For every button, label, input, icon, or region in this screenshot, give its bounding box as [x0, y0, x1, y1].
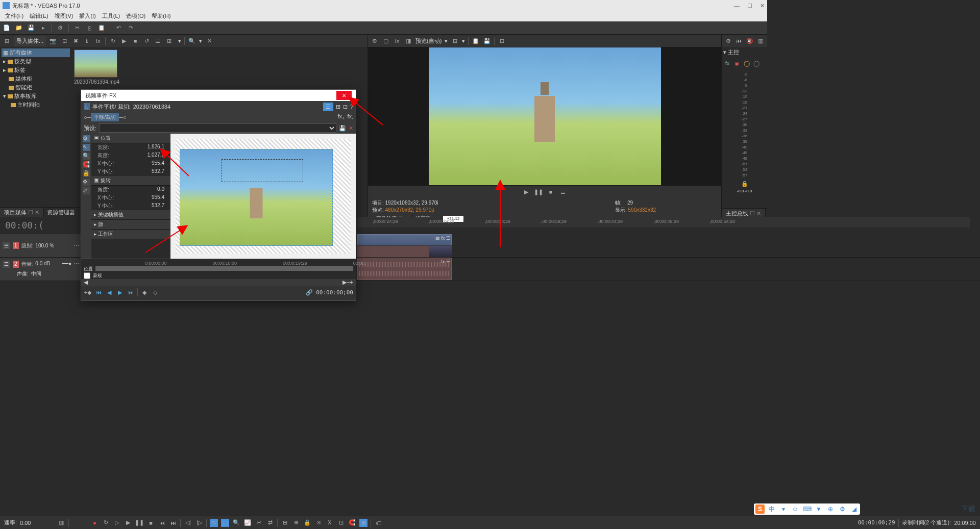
fx-view1-icon[interactable]: ☰ [323, 103, 333, 111]
preview-split-icon[interactable]: ◨ [404, 37, 412, 45]
fx-view3-icon[interactable]: ⊡ [343, 104, 348, 110]
kf-first-icon[interactable]: ⏮ [94, 288, 103, 296]
minimize-button[interactable]: — [734, 3, 740, 9]
master-settings-icon[interactable]: ⚙ [724, 37, 732, 45]
open-folder-icon[interactable]: 📁 [15, 24, 23, 32]
tree-by-type[interactable]: ▸按类型 [2, 57, 70, 66]
copy-icon[interactable]: ⎘ [85, 24, 93, 32]
view-grid-icon[interactable]: ⊞ [165, 37, 173, 45]
fx-tool-move-icon[interactable]: ✥ [83, 179, 90, 186]
preview-misc-icon[interactable]: ⊡ [498, 37, 506, 45]
preview-fx-icon[interactable]: fx [393, 37, 401, 45]
get-media-icon[interactable]: ⊡ [60, 37, 68, 45]
kf-last-icon[interactable]: ⏭ [127, 288, 135, 296]
transport-pause-icon[interactable]: ❚❚ [534, 188, 543, 196]
prop-ycenter-value[interactable]: 532.7 [152, 168, 164, 175]
clear-search-icon[interactable]: ✕ [205, 37, 213, 45]
section-rotation[interactable]: ▣ 旋转 [91, 176, 170, 186]
timeline-ruler[interactable]: +31:12 ,00:00:24;29 ,00:00:29;29 ,00:00:… [357, 217, 767, 228]
fx-add-icon[interactable]: fx+ [337, 113, 345, 121]
search-icon[interactable]: 🔍 [188, 37, 196, 45]
section-keyframe[interactable]: ▸ 关键帧插值 [91, 210, 170, 220]
prop-width-value[interactable]: 1,826.1 [148, 144, 164, 151]
track-more-icon[interactable]: ⋯ [74, 243, 79, 248]
kf-curve2-icon[interactable]: ◇ [151, 288, 159, 296]
preview-quality-dropdown[interactable]: 预览(自动) [415, 37, 442, 45]
track-more-icon[interactable]: ⋯ [74, 261, 79, 268]
copy-snapshot-icon[interactable]: 📋 [472, 37, 480, 45]
video-clip-thumb[interactable] [357, 246, 452, 257]
media-view-icon[interactable]: ⊞ [3, 37, 11, 45]
video-clip[interactable]: ▦ fx ☰ [357, 234, 452, 245]
menu-help[interactable]: 帮助(H) [149, 11, 173, 21]
kf-lane-position[interactable]: 位置 [84, 266, 93, 272]
transport-menu-icon[interactable]: ☰ [559, 188, 567, 196]
section-source[interactable]: ▸ 源 [91, 220, 170, 230]
new-project-icon[interactable]: 📄 [3, 24, 11, 32]
kf-sync-icon[interactable]: 🔗 [305, 288, 313, 296]
fx-tool-select-icon[interactable]: ↖ [83, 144, 90, 151]
preview-settings-icon[interactable]: ⚙ [371, 37, 379, 45]
fx-tool-lock-icon[interactable]: 🔒 [83, 170, 90, 177]
undo-icon[interactable]: ↶ [114, 24, 122, 32]
video-track-header[interactable]: ☰ 1 级别: 100.0 % ⋯ [0, 234, 82, 257]
tab-explorer[interactable]: 资源管理器 [44, 208, 78, 217]
tree-all-media[interactable]: ▦所有媒体 [2, 48, 70, 57]
paste-icon[interactable]: 📋 [97, 24, 106, 32]
save-snapshot-icon[interactable]: 💾 [483, 37, 491, 45]
view-list-icon[interactable]: ☰ [154, 37, 162, 45]
render-icon[interactable]: ▸ [39, 24, 47, 32]
fx-tool-zoom-icon[interactable]: 🔍 [83, 153, 90, 160]
properties-icon[interactable]: ⚙ [56, 24, 64, 32]
preset-dropdown[interactable] [99, 123, 336, 133]
remove-icon[interactable]: ✖ [71, 37, 80, 45]
fx-chain-help-icon[interactable]: ? [350, 104, 353, 110]
fx-remove-icon[interactable]: fx- [347, 113, 353, 121]
master-fx-icon[interactable]: fx [723, 59, 731, 67]
tree-main-timeline[interactable]: 主时间轴 [2, 100, 70, 109]
fx-dialog-titlebar[interactable]: 视频事件 FX ✕ [81, 90, 356, 101]
clip-fx-icon[interactable]: ▦ fx ☰ [435, 236, 450, 241]
lock-icon[interactable]: 🔒 [741, 181, 748, 187]
tree-storyboard[interactable]: ▾故事板库 [2, 92, 70, 100]
section-position[interactable]: ▣ 位置 [91, 134, 170, 143]
master-mono-icon[interactable]: ▥ [757, 37, 765, 45]
preset-delete-icon[interactable]: ✕ [349, 125, 353, 132]
kf-next-icon[interactable]: ▶ [116, 288, 124, 296]
fx-view2-icon[interactable]: ⊞ [336, 104, 340, 110]
prop-height-value[interactable]: 1,027.2 [148, 152, 164, 159]
redo-icon[interactable]: ↷ [127, 24, 135, 32]
fx-crop-canvas[interactable] [170, 134, 356, 259]
menu-file[interactable]: 文件(F) [3, 11, 26, 21]
preview-grid-icon[interactable]: ⊞ [451, 37, 459, 45]
tree-tags[interactable]: ▸标签 [2, 66, 70, 74]
capture-icon[interactable]: 📷 [49, 37, 57, 45]
fx-tool-snap-icon[interactable]: 🧲 [83, 161, 90, 168]
kf-lane-mask[interactable]: 蒙板 [93, 272, 102, 279]
media-props-icon[interactable]: ℹ [83, 37, 91, 45]
media-thumbnail[interactable]: 202307061334.mp4 [74, 49, 117, 85]
save-icon[interactable]: 💾 [27, 24, 35, 32]
search-dropdown[interactable]: ▾ [199, 38, 202, 44]
prop-xcenter-value[interactable]: 955.4 [152, 160, 164, 167]
menu-view[interactable]: 视图(V) [52, 11, 76, 21]
crop-rectangle[interactable] [222, 159, 303, 182]
preset-save-icon[interactable]: 💾 [339, 125, 346, 132]
fx-scroll-right-icon[interactable]: ▶ [342, 279, 347, 286]
fx-keyframe-timeline[interactable]: 0:00:00:0000:00:10;0000:00:19;2900:00: 位… [81, 259, 356, 279]
refresh-icon[interactable]: ↻ [109, 37, 117, 45]
audio-track[interactable]: fx ☰ [357, 258, 767, 281]
kf-add-icon[interactable]: +◆ [84, 288, 92, 296]
transport-stop-icon[interactable]: ■ [547, 188, 555, 196]
kf-curve1-icon[interactable]: ◆ [140, 288, 149, 296]
menu-insert[interactable]: 插入(I) [77, 11, 98, 21]
fx-tool-settings-icon[interactable]: ⚙ [83, 135, 90, 142]
fx-close-button[interactable]: ✕ [336, 91, 352, 100]
master-solo-icon[interactable]: ◯ [743, 59, 751, 67]
play-icon[interactable]: ▶ [120, 37, 128, 45]
prop-rycenter-value[interactable]: 532.7 [152, 203, 164, 210]
fx-zoom-in-icon[interactable]: + [350, 279, 353, 286]
fx-timecode[interactable]: 00:00:00;00 [316, 289, 353, 296]
video-track[interactable]: ▦ fx ☰ [357, 234, 767, 257]
tree-bins[interactable]: 媒体柜 [2, 74, 70, 83]
